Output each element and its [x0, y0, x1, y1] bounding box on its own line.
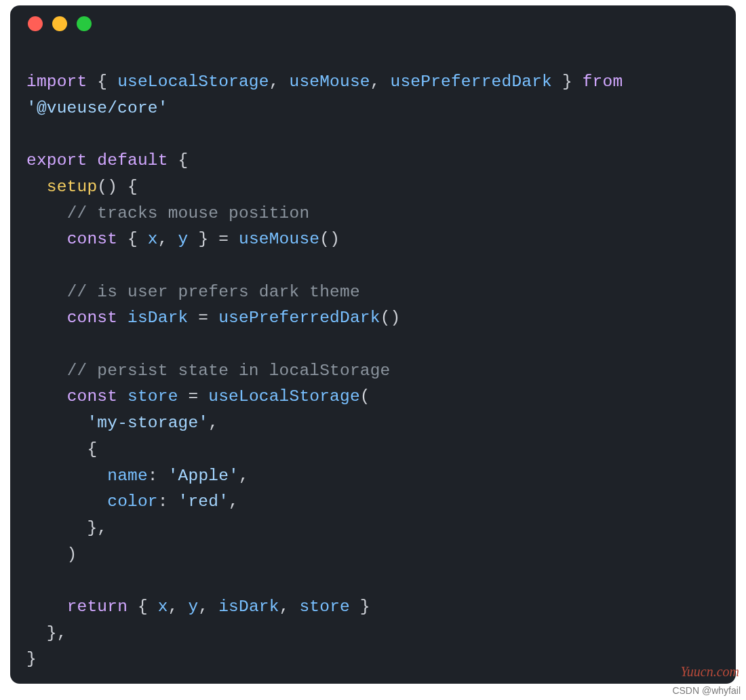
str-pkg: '@vueuse/core': [26, 99, 168, 117]
str-apple: 'Apple': [168, 467, 239, 485]
id-useLocalStorage: useLocalStorage: [117, 73, 269, 91]
kw-return: return: [67, 598, 127, 616]
minimize-icon[interactable]: [52, 16, 67, 31]
zoom-icon[interactable]: [77, 16, 92, 31]
id-useMouse: useMouse: [290, 73, 370, 91]
kw-default: default: [97, 151, 168, 170]
id-x: x: [148, 230, 158, 248]
comment-storage: // persist state in localStorage: [67, 362, 391, 380]
kw-const: const: [67, 309, 118, 327]
kw-export: export: [26, 151, 87, 170]
comment-dark: // is user prefers dark theme: [67, 283, 360, 301]
id-store: store: [127, 387, 178, 406]
str-storage-key: 'my-storage': [87, 414, 208, 432]
id-isDark: isDark: [127, 309, 188, 327]
kw-const: const: [67, 387, 118, 406]
code-block: import { useLocalStorage, useMouse, useP…: [10, 42, 736, 684]
kw-import: import: [26, 73, 87, 91]
watermark-site: Yuucn.com: [681, 664, 739, 680]
call-useLocalStorage: useLocalStorage: [208, 387, 360, 406]
prop-name: name: [107, 467, 148, 485]
ret-y: y: [188, 598, 198, 616]
ret-store: store: [299, 598, 350, 616]
kw-const: const: [67, 230, 118, 248]
str-red: 'red': [178, 492, 229, 511]
watermark-csdn: CSDN @whyfail: [672, 685, 741, 696]
code-window: import { useLocalStorage, useMouse, useP…: [10, 5, 736, 684]
ret-x: x: [158, 598, 168, 616]
kw-from: from: [583, 73, 623, 91]
comment-mouse: // tracks mouse position: [67, 204, 310, 222]
id-y: y: [178, 230, 189, 248]
prop-color: color: [107, 492, 158, 511]
id-usePreferredDark: usePreferredDark: [391, 73, 552, 91]
call-usePreferredDark: usePreferredDark: [218, 309, 380, 327]
titlebar: [10, 5, 736, 42]
close-icon[interactable]: [28, 16, 43, 31]
fn-setup: setup: [47, 178, 98, 196]
ret-isDark: isDark: [218, 598, 279, 616]
call-useMouse: useMouse: [239, 230, 319, 248]
